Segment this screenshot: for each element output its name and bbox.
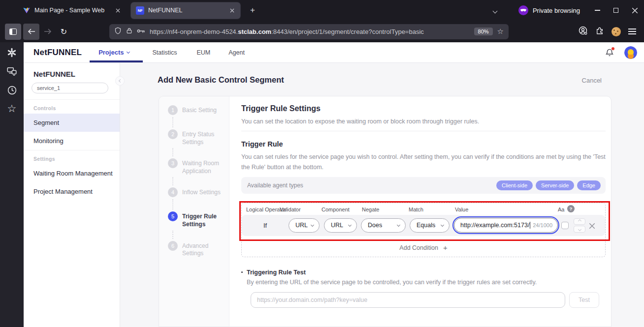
validator-select[interactable]: URL (289, 218, 320, 233)
step-waiting-room[interactable]: 3Waiting Room Application (168, 158, 229, 175)
header-component: Component (322, 207, 350, 212)
agent-types-bar: Available agent types Client-side Server… (241, 177, 606, 194)
notifications-bell-icon[interactable] (605, 48, 614, 58)
nav-item-projects[interactable]: Projects (98, 49, 129, 56)
cancel-button[interactable]: Cancel (582, 77, 602, 84)
window-close-button[interactable] (625, 0, 644, 21)
window-maximize-button[interactable] (607, 0, 625, 21)
wizard-stepper: 1Basic Setting 2Entry Status Settings 3W… (159, 96, 229, 327)
test-button[interactable]: Test (569, 292, 599, 308)
browser-toolbar: ↻ https://nf4-onprem-demo-4524.stclab.co… (0, 21, 644, 42)
sidebar-section-settings: Settings (24, 150, 120, 164)
url-bar[interactable]: https://nf4-onprem-demo-4524.stclab.com:… (109, 24, 509, 39)
sidebar-item-waiting-room-management[interactable]: Waiting Room Management (24, 164, 120, 182)
main-content: Add New Basic Control Segment Cancel 1Ba… (120, 63, 644, 327)
active-nav-underline (90, 60, 143, 62)
nav-item-eum[interactable]: EUM (196, 49, 210, 56)
header-validator: Validator (280, 207, 301, 212)
lock-icon[interactable] (126, 27, 132, 36)
step-advanced-settings[interactable]: 6Advanced Settings (168, 241, 229, 258)
char-counter: 24/1000 (533, 222, 552, 228)
divider (241, 131, 606, 131)
sidebar-item-project-management[interactable]: Project Management (24, 182, 120, 201)
tab-title: Main Page - Sample Web (34, 7, 109, 14)
logical-operator-value: If (263, 222, 267, 229)
screen: Main Page - Sample Web NF NetFUNNEL + Pr… (0, 0, 644, 327)
extensions-puzzle-icon[interactable] (595, 26, 604, 37)
netfunnel-logo[interactable]: NetFUNNEL (33, 48, 82, 58)
add-condition-button[interactable]: Add Condition + (242, 239, 605, 257)
badge-edge: Edge (577, 180, 601, 190)
sidebar-collapse-button[interactable] (115, 76, 125, 86)
zoom-level-badge[interactable]: 80% (474, 28, 493, 35)
netfunnel-favicon: NF (136, 6, 144, 15)
step-trigger-rule-settings[interactable]: 5Trigger Rule Settings (168, 211, 229, 228)
remove-condition-icon[interactable] (589, 222, 595, 231)
service-select-input[interactable] (32, 83, 108, 93)
header-match: Match (409, 207, 423, 212)
move-down-button[interactable] (574, 226, 585, 233)
page-title: Add New Basic Control Segment (158, 75, 284, 85)
segment-wizard-card: 1Basic Setting 2Entry Status Settings 3W… (159, 96, 612, 327)
tab-close-icon[interactable] (113, 6, 122, 15)
help-icon[interactable]: ? (567, 205, 575, 212)
test-url-input[interactable] (251, 292, 565, 308)
bookmark-star-icon[interactable]: ☆ (497, 27, 504, 36)
window-minimize-button[interactable] (588, 0, 607, 21)
browser-tab-netfunnel[interactable]: NF NetFUNNEL (131, 2, 240, 19)
sidebar-item-segment[interactable]: Segment (24, 114, 120, 132)
nav-item-statistics[interactable]: Statistics (152, 49, 177, 56)
condition-headers: Logical Operator Validator Component Neg… (242, 206, 605, 215)
menu-icon[interactable] (628, 29, 636, 34)
step-entry-status[interactable]: 2Entry Status Settings (168, 129, 229, 146)
browser-tab-sample-web[interactable]: Main Page - Sample Web (18, 2, 126, 19)
step-inflow-settings[interactable]: 4Inflow Settings (168, 187, 229, 197)
step-connector (172, 148, 173, 156)
triggering-rule-test-section: Triggering Rule Test By entering the URL… (241, 269, 606, 308)
match-select[interactable]: Equals (410, 218, 450, 233)
header-value: Value (455, 207, 468, 212)
step-connector (172, 199, 173, 209)
new-tab-button[interactable]: + (246, 4, 259, 17)
trigger-rule-title: Trigger Rule (241, 140, 606, 148)
component-select[interactable]: URL (324, 218, 357, 233)
sidebar-project-title: NetFUNNEL (33, 70, 120, 78)
agent-types-label: Available agent types (247, 182, 303, 189)
back-button[interactable] (23, 24, 39, 40)
user-avatar[interactable] (624, 46, 637, 59)
tab-close-icon[interactable] (227, 6, 236, 15)
negate-select[interactable]: Does (361, 218, 406, 233)
sidebar-item-monitoring[interactable]: Monitoring (24, 132, 120, 150)
browser-side-strip: ☆ (0, 42, 24, 327)
devices-icon[interactable] (6, 65, 18, 77)
history-clock-icon[interactable] (6, 84, 18, 96)
chevron-down-icon (348, 223, 352, 226)
notification-dot (611, 47, 615, 51)
step-basic-setting[interactable]: 1Basic Setting (168, 105, 229, 115)
account-icon[interactable] (578, 26, 588, 37)
reload-button[interactable]: ↻ (56, 24, 72, 40)
step-connector (172, 231, 173, 239)
test-section-description: By entering the URL of the service page … (247, 279, 606, 286)
openai-icon[interactable] (6, 47, 18, 59)
value-input[interactable]: http://example.com:5173/ 24/1000 (454, 218, 558, 233)
chevron-down-icon (127, 50, 130, 54)
key-icon[interactable] (137, 28, 145, 35)
header-case-sensitive: Aa (558, 207, 564, 212)
plus-icon: + (443, 243, 448, 252)
forward-button[interactable] (39, 24, 56, 40)
bookmarks-star-icon[interactable]: ☆ (6, 103, 18, 115)
shield-icon[interactable] (114, 27, 122, 36)
step-content: Trigger Rule Settings You can set the lo… (229, 96, 612, 327)
badge-client-side: Client-side (496, 180, 533, 190)
sidebar-toggle-button[interactable] (5, 24, 21, 40)
bullet-icon (241, 271, 243, 273)
nav-item-agent[interactable]: Agent (228, 49, 245, 56)
url-text: https://nf4-onprem-demo-4524.stclab.com:… (150, 28, 424, 35)
step-connector (172, 117, 173, 127)
move-up-button[interactable] (574, 218, 585, 225)
app-sidebar: NetFUNNEL Controls Segment Monitoring Se… (24, 63, 120, 327)
cookie-extension-icon[interactable] (612, 27, 621, 36)
list-all-tabs-icon[interactable] (493, 6, 497, 15)
case-sensitive-checkbox[interactable] (561, 222, 569, 229)
